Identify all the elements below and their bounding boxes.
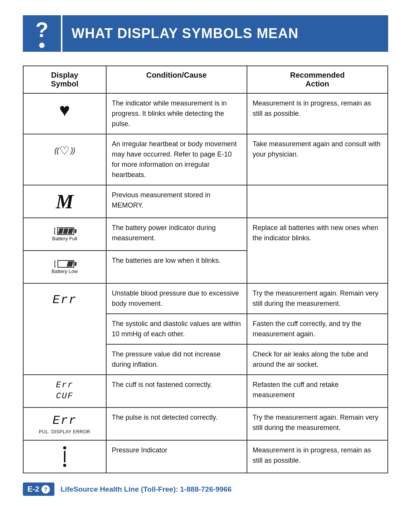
footer-contact: LifeSource Health Line (Toll-Free): 1-88… bbox=[61, 485, 231, 494]
err-pul-icon: Err bbox=[53, 414, 77, 428]
symbol-cell-irregular-heart: (( ♡ )) bbox=[23, 134, 106, 185]
action-err-systolic: Fasten the cuff correctly, and try the m… bbox=[247, 314, 388, 344]
condition-err-unstable: Unstable blood pressure due to excessive… bbox=[106, 283, 247, 314]
err-cuf-icon: Err CUF bbox=[56, 380, 73, 402]
condition-pressure: Pressure Indicator bbox=[106, 440, 247, 473]
action-memory bbox=[247, 185, 388, 218]
table-row: Err PUL. DISPLAY ERROR The pulse is not … bbox=[23, 407, 388, 440]
action-err-pul: Try the measurement again. Remain very s… bbox=[247, 407, 388, 440]
symbol-cell-battery-low: [ Battery Low bbox=[23, 251, 106, 283]
footer-question-icon: ? bbox=[41, 485, 50, 494]
action-battery: Replace all batteries with new ones when… bbox=[247, 218, 388, 283]
condition-err-systolic: The systolic and diastolic values are wi… bbox=[106, 314, 247, 344]
heart-irregular-icon: (( ♡ )) bbox=[54, 144, 75, 157]
pressure-indicator-icon bbox=[63, 446, 66, 467]
symbol-cell-battery-full: [ Battery Full bbox=[23, 218, 106, 251]
symbol-cell-memory: M bbox=[23, 185, 106, 218]
action-err-pressure: Check for air leaks along the tube and a… bbox=[247, 344, 388, 375]
action-irregular-heart: Take measurement again and consult with … bbox=[247, 134, 388, 185]
page-title: WHAT DISPLAY SYMBOLS MEAN bbox=[72, 26, 298, 42]
table-row: M Previous measurement stored in MEMORY. bbox=[23, 185, 388, 218]
col-header-condition: Condition/Cause bbox=[106, 66, 247, 93]
condition-battery-low: The batteries are low when it blinks. bbox=[106, 251, 247, 283]
condition-memory: Previous measurement stored in MEMORY. bbox=[106, 185, 247, 218]
condition-err-pressure: The pressure value did not increase duri… bbox=[106, 344, 247, 375]
symbol-cell-err-cuf: Err CUF bbox=[23, 375, 106, 407]
err-icon: Err bbox=[53, 293, 77, 307]
symbol-cell-heart: ♥ bbox=[23, 93, 106, 134]
col-header-symbol: DisplaySymbol bbox=[23, 66, 106, 93]
footer-badge: E-2 ? bbox=[23, 482, 54, 496]
condition-irregular-heart: An irregular heartbeat or body movement … bbox=[106, 134, 247, 185]
battery-low-icon: [ bbox=[53, 260, 76, 268]
page-footer: E-2 ? LifeSource Health Line (Toll-Free)… bbox=[23, 482, 388, 496]
footer-badge-label: E-2 bbox=[27, 485, 39, 494]
condition-err-cuf: The cuff is not fastened correctly. bbox=[106, 375, 247, 407]
condition-battery-full: The battery power indicator during measu… bbox=[106, 218, 247, 251]
table-row: ♥ The indicator while measurement is in … bbox=[23, 93, 388, 134]
symbols-table: DisplaySymbol Condition/Cause Recommende… bbox=[23, 66, 388, 473]
battery-low-label: Battery Low bbox=[52, 268, 78, 274]
symbol-cell-err-pul: Err PUL. DISPLAY ERROR bbox=[23, 407, 106, 440]
table-row: (( ♡ )) An irregular heartbeat or body m… bbox=[23, 134, 388, 185]
heart-solid-icon: ♥ bbox=[59, 99, 70, 120]
col-header-action: RecommendedAction bbox=[247, 66, 388, 93]
table-row: Err Unstable blood pressure due to exces… bbox=[23, 283, 388, 314]
battery-full-icon: [ bbox=[53, 227, 76, 235]
symbol-cell-pressure bbox=[23, 440, 106, 473]
action-err-cuf: Refasten the cuff and retake measurement bbox=[247, 375, 388, 407]
action-pressure: Measurement is in progress, remain as st… bbox=[247, 440, 388, 473]
condition-err-pul: The pulse is not detected correctly. bbox=[106, 407, 247, 440]
symbol-cell-err: Err bbox=[23, 283, 106, 375]
table-row: Err CUF The cuff is not fastened correct… bbox=[23, 375, 388, 407]
table-row: [ Battery Full The battery power indicat… bbox=[23, 218, 388, 251]
action-err-unstable: Try the measurement again. Remain very s… bbox=[247, 283, 388, 314]
header-dot bbox=[39, 43, 45, 48]
condition-heart: The indicator while measurement is in pr… bbox=[106, 93, 247, 134]
pul-display-error-label: PUL. DISPLAY ERROR bbox=[39, 429, 90, 435]
question-mark-icon: ? bbox=[35, 19, 48, 40]
page-header: ? WHAT DISPLAY SYMBOLS MEAN bbox=[23, 15, 388, 52]
header-title-box: WHAT DISPLAY SYMBOLS MEAN bbox=[62, 15, 388, 52]
action-heart: Measurement is in progress, remain as st… bbox=[247, 93, 388, 134]
table-row: Pressure Indicator Measurement is in pro… bbox=[23, 440, 388, 473]
header-icon-box: ? bbox=[23, 15, 61, 52]
memory-m-icon: M bbox=[56, 190, 73, 213]
battery-full-label: Battery Full bbox=[52, 236, 77, 241]
